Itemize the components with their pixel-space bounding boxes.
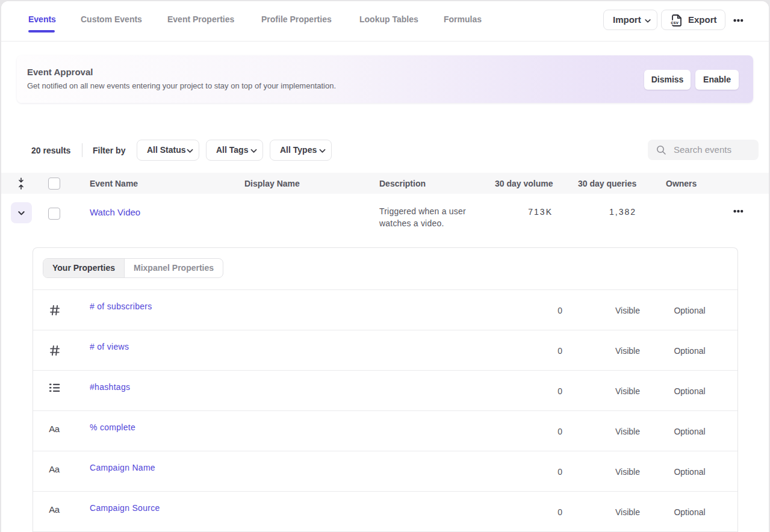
svg-text:csv: csv <box>671 20 679 25</box>
